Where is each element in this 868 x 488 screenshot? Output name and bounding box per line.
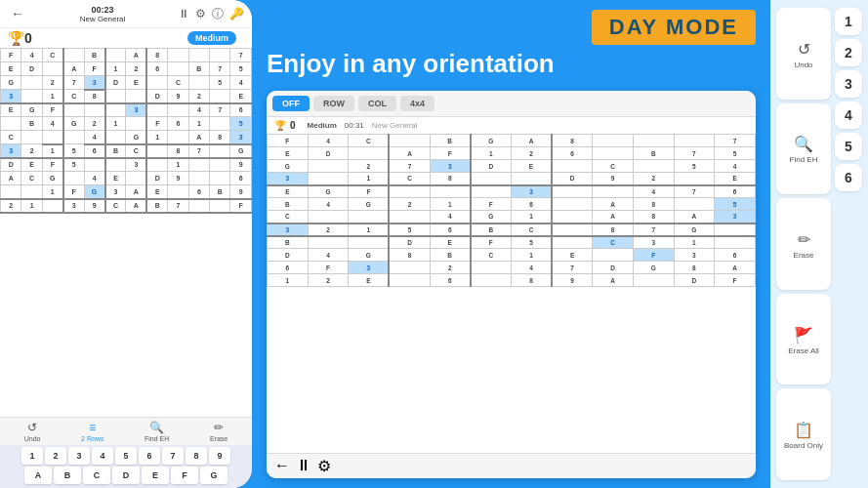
cell[interactable] — [674, 198, 715, 211]
cell[interactable]: 5 — [63, 144, 84, 158]
cell[interactable]: 6 — [430, 224, 471, 236]
cell[interactable] — [21, 185, 42, 199]
cell[interactable]: 4 — [430, 211, 471, 224]
cell[interactable] — [146, 158, 167, 172]
mid-settings-icon[interactable]: ⚙ — [317, 457, 331, 475]
cell[interactable]: 4 — [633, 185, 674, 198]
key-icon[interactable]: 🔑 — [229, 7, 244, 20]
cell[interactable]: F — [146, 117, 167, 131]
cell[interactable]: A — [674, 211, 715, 224]
cell[interactable]: 3 — [511, 185, 552, 198]
cell[interactable] — [389, 262, 430, 274]
num-7[interactable]: 7 — [162, 447, 184, 465]
cell[interactable]: A — [188, 131, 209, 144]
cell[interactable] — [471, 274, 512, 287]
size-button[interactable]: 4x4 — [400, 96, 434, 111]
cell[interactable]: E — [430, 236, 471, 249]
cell[interactable]: 1 — [268, 274, 309, 287]
cell[interactable] — [146, 76, 167, 90]
cell[interactable] — [42, 131, 62, 144]
num-9[interactable]: 9 — [209, 447, 230, 465]
cell[interactable] — [188, 76, 209, 90]
cell[interactable]: E — [349, 274, 390, 287]
cell[interactable]: 1 — [511, 211, 552, 224]
cell[interactable]: 6 — [230, 103, 252, 117]
cell[interactable] — [349, 147, 390, 160]
cell[interactable]: C — [511, 224, 552, 236]
cell[interactable]: A — [63, 62, 84, 76]
cell[interactable]: 3 — [63, 199, 84, 213]
cell[interactable] — [63, 172, 84, 185]
cell[interactable]: G — [63, 117, 84, 131]
cell[interactable] — [552, 160, 593, 173]
cell[interactable]: 1 — [471, 147, 512, 160]
cell[interactable] — [146, 103, 167, 117]
cell[interactable]: 3 — [715, 211, 756, 224]
cell[interactable]: 2 — [21, 144, 42, 158]
cell[interactable]: 1 — [430, 198, 471, 211]
cell[interactable] — [593, 249, 634, 262]
cell[interactable]: G — [230, 144, 252, 158]
cell[interactable]: C — [42, 49, 62, 62]
rows-tool[interactable]: ≡ 2 Rows — [81, 421, 103, 442]
cell[interactable]: 6 — [188, 185, 209, 199]
cell[interactable]: B — [268, 236, 309, 249]
cell[interactable]: 6 — [230, 172, 252, 185]
cell[interactable]: 1 — [21, 199, 42, 213]
cell[interactable]: 7 — [210, 103, 230, 117]
cell[interactable]: 8 — [146, 49, 167, 62]
cell[interactable] — [552, 198, 593, 211]
cell[interactable] — [633, 274, 674, 287]
cell[interactable]: B — [210, 185, 230, 199]
cell[interactable] — [715, 224, 756, 236]
cell[interactable]: 4 — [230, 76, 252, 90]
cell[interactable]: 6 — [268, 262, 309, 274]
cell[interactable]: 3 — [1, 144, 21, 158]
cell[interactable]: 6 — [168, 117, 188, 131]
cell[interactable]: F — [471, 236, 512, 249]
cell[interactable]: D — [268, 249, 309, 262]
letter-a[interactable]: A — [24, 467, 52, 484]
cell[interactable]: 1 — [42, 185, 62, 199]
cell[interactable]: 8 — [593, 224, 634, 236]
cell[interactable]: D — [308, 147, 349, 160]
cell[interactable] — [593, 185, 634, 198]
cell[interactable]: C — [268, 211, 309, 224]
cell[interactable]: 2 — [633, 173, 674, 185]
cell[interactable]: G — [471, 135, 512, 147]
pause-icon[interactable]: ⏸ — [178, 7, 189, 20]
cell[interactable] — [308, 173, 349, 185]
cell[interactable]: 8 — [633, 198, 674, 211]
erase-button[interactable]: ✏ Erase — [776, 198, 831, 290]
cell[interactable]: 2 — [308, 274, 349, 287]
erase-tool[interactable]: ✏ Erase — [210, 421, 227, 442]
cell[interactable]: 2 — [389, 198, 430, 211]
cell[interactable]: D — [1, 158, 21, 172]
cell[interactable]: 8 — [84, 90, 104, 103]
cell[interactable]: 8 — [210, 131, 230, 144]
cell[interactable] — [188, 49, 209, 62]
cell[interactable]: 1 — [674, 236, 715, 249]
cell[interactable]: D — [146, 90, 167, 103]
cell[interactable]: A — [715, 262, 756, 274]
cell[interactable]: G — [42, 172, 62, 185]
cell[interactable]: F — [84, 62, 104, 76]
cell[interactable]: B — [430, 135, 471, 147]
cell[interactable]: F — [471, 198, 512, 211]
cell[interactable]: 7 — [674, 147, 715, 160]
cell[interactable]: 3 — [126, 158, 146, 172]
cell[interactable]: 7 — [210, 62, 230, 76]
cell[interactable]: C — [593, 236, 634, 249]
cell[interactable] — [633, 160, 674, 173]
letter-b[interactable]: B — [54, 467, 81, 484]
cell[interactable]: 6 — [715, 185, 756, 198]
cell[interactable] — [84, 103, 104, 117]
cell[interactable]: 4 — [188, 103, 209, 117]
cell[interactable]: 5 — [511, 236, 552, 249]
num-3[interactable]: 3 — [68, 447, 90, 465]
cell[interactable]: F — [63, 185, 84, 199]
letter-d[interactable]: D — [112, 467, 140, 484]
cell[interactable]: 9 — [168, 172, 188, 185]
num-8[interactable]: 8 — [186, 447, 207, 465]
cell[interactable]: C — [168, 76, 188, 90]
